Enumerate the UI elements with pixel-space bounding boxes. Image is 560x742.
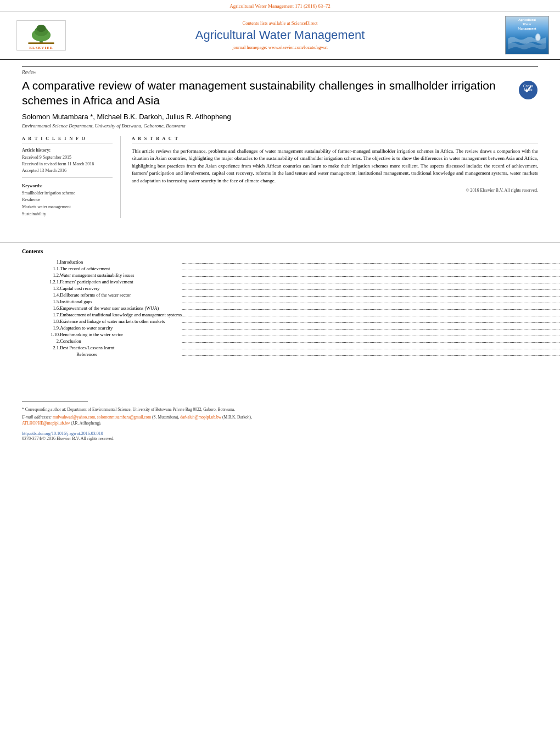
toc-label-1-10: Benchmarking in the water sector [60, 331, 182, 338]
toc-dots-1-1: ........................................… [182, 265, 560, 272]
svg-point-3 [36, 24, 46, 31]
toc-label-1-8: Existence and linkage of water markets t… [60, 318, 182, 325]
abstract-heading: A B S T R A C T [132, 136, 538, 143]
accepted-date: Accepted 13 March 2016 [22, 168, 113, 174]
toc-label-1-5: Institutional gaps [60, 298, 182, 305]
toc-num-1: 1. [22, 259, 60, 265]
received-date: Received 9 September 2015 [22, 154, 113, 161]
toc-dots-1-9: ........................................… [182, 325, 560, 331]
toc-num-1-9: 1.9. [22, 325, 60, 331]
elsevier-label: ELSEVIER [29, 46, 53, 50]
toc-num-1-7: 1.7. [22, 311, 60, 318]
toc-num-1-6: 1.6. [22, 305, 60, 311]
doi-link[interactable]: http://dx.doi.org/10.1016/j.agwat.2016.0… [22, 431, 538, 436]
journal-logo-area: AgriculturalWaterManagement [489, 16, 549, 54]
article-title-row: A comparative review of water management… [22, 78, 538, 108]
copyright-line: © 2016 Elsevier B.V. All rights reserved… [132, 188, 538, 193]
toc-label-1-2-1: Farmers' participation and involvement [60, 278, 182, 285]
authors-text: Solomon Mutambara *, Michael B.K. Darkoh… [22, 113, 231, 121]
sciencedirect-link[interactable]: ScienceDirect [292, 20, 318, 26]
toc-num-ref [22, 351, 60, 358]
toc-num-2-1: 2.1. [22, 344, 60, 351]
email-suffix-1: (S. Mutambara), [152, 415, 180, 420]
toc-num-1-10: 1.10. [22, 331, 60, 338]
toc-row-1-6: 1.6. Empowerment of the water user assoc… [22, 305, 560, 311]
corresponding-note-text: * Corresponding author at: Department of… [22, 407, 235, 412]
toc-row-1-4: 1.4. Deliberate reforms of the water sec… [22, 292, 560, 298]
footer-emails: E-mail addresses: mulwahwati@yahoo.com, … [22, 414, 538, 420]
toc-table: 1. Introduction ........................… [22, 259, 560, 358]
toc-dots-ref: ........................................… [182, 351, 560, 358]
email-suffix-2: (M.B.K. Darkoh), [222, 415, 252, 420]
elsevier-tree-icon [22, 24, 60, 44]
abstract-column: A B S T R A C T This article reviews the… [132, 136, 538, 218]
keyword-3: Markets water management [22, 204, 113, 211]
toc-row-1: 1. Introduction ........................… [22, 259, 560, 265]
svg-text:Mark: Mark [524, 88, 533, 92]
homepage-link[interactable]: www.elsevier.com/locate/agwat [268, 44, 328, 50]
contents-section: Contents 1. Introduction ...............… [0, 248, 560, 358]
keyword-2: Resilience [22, 197, 113, 204]
abstract-text: This article reviews the performance, pr… [132, 148, 538, 185]
toc-dots-1-5: ........................................… [182, 298, 560, 305]
email-atlhopheng[interactable]: ATLHOPHE@mopipi.ub.bw [22, 421, 70, 426]
article-info-abstract-area: A R T I C L E I N F O Article history: R… [22, 136, 538, 218]
footer-divider [22, 401, 88, 402]
article-history-label: Article history: [22, 148, 113, 153]
toc-row-1-2-1: 1.2.1. Farmers' participation and involv… [22, 278, 560, 285]
journal-logo: AgriculturalWaterManagement [505, 16, 549, 54]
toc-dots-2: ........................................… [182, 338, 560, 344]
footer: * Corresponding author at: Department of… [0, 390, 560, 450]
toc-row-1-10: 1.10. Benchmarking in the water sector .… [22, 331, 560, 338]
toc-num-1-5: 1.5. [22, 298, 60, 305]
homepage-label: journal homepage: [232, 44, 267, 50]
toc-dots-1-2-1: ........................................… [182, 278, 560, 285]
journal-logo-waves-icon [508, 33, 546, 52]
keywords-label: Keywords: [22, 183, 113, 188]
toc-label-1-4: Deliberate reforms of the water sector [60, 292, 182, 298]
svg-rect-4 [28, 42, 54, 44]
authors: Solomon Mutambara *, Michael B.K. Darkoh… [22, 113, 538, 121]
toc-row-1-2: 1.2. Water management sustainability iss… [22, 272, 560, 278]
toc-num-1-2: 1.2. [22, 272, 60, 278]
email-label: E-mail addresses: [22, 415, 52, 420]
publisher-logo-area: ELSEVIER [11, 20, 71, 51]
toc-row-1-1: 1.1. The record of achievement .........… [22, 265, 560, 272]
toc-num-1-4: 1.4. [22, 292, 60, 298]
toc-label-1-2: Water management sustainability issues [60, 272, 182, 278]
email-darkoh[interactable]: darkaluh@mopipi.ub.bw [180, 415, 221, 420]
toc-label-2-1: Best Practices/Lessons learnt [60, 344, 182, 351]
journal-homepage-line: journal homepage: www.elsevier.com/locat… [77, 44, 483, 50]
toc-row-1-5: 1.5. Institutional gaps ................… [22, 298, 560, 305]
toc-label-1-6: Empowerment of the water user associatio… [60, 305, 182, 311]
toc-num-1-1: 1.1. [22, 265, 60, 272]
footer-corresponding-note: * Corresponding author at: Department of… [22, 406, 538, 412]
keyword-1: Smallholder irrigation scheme [22, 190, 113, 197]
sciencedirect-label-text: Contents lists available at [243, 20, 290, 26]
journal-logo-text: AgriculturalWaterManagement [518, 18, 536, 31]
toc-row-1-8: 1.8. Existence and linkage of water mark… [22, 318, 560, 325]
toc-num-1-3: 1.3. [22, 285, 60, 292]
crossmark-icon: ✓ Cross Mark [518, 80, 538, 100]
toc-label-ref: References [60, 351, 182, 358]
toc-dots-1-8: ........................................… [182, 318, 560, 325]
journal-title: Agricultural Water Management [77, 28, 483, 42]
footer-email-line-2: ATLHOPHE@mopipi.ub.bw (J.R. Atlhopheng). [22, 420, 538, 426]
article-info-column: A R T I C L E I N F O Article history: R… [22, 136, 121, 218]
toc-dots-2-1: ........................................… [182, 344, 560, 351]
toc-dots-1: ........................................… [182, 259, 560, 265]
toc-row-references: References .............................… [22, 351, 560, 358]
article-title-text: A comparative review of water management… [22, 78, 518, 108]
toc-row-1-3: 1.3. Capital cost recovery .............… [22, 285, 560, 292]
article-type-label: Review [22, 66, 538, 75]
toc-row-1-7: 1.7. Embracement of traditional knowledg… [22, 311, 560, 318]
email-addresses[interactable]: mulwahwati@yahoo.com, solomonmutambara@g… [53, 415, 151, 420]
toc-row-2: 2. Conclusion ..........................… [22, 338, 560, 344]
toc-dots-1-4: ........................................… [182, 292, 560, 298]
revised-date: Received in revised form 11 March 2016 [22, 161, 113, 168]
affiliation: Environmental Science Department, Univer… [22, 123, 538, 129]
toc-label-2: Conclusion [60, 338, 182, 344]
journal-reference-bar: Agricultural Water Management 171 (2016)… [0, 0, 560, 12]
toc-num-2: 2. [22, 338, 60, 344]
toc-row-2-1: 2.1. Best Practices/Lessons learnt .....… [22, 344, 560, 351]
